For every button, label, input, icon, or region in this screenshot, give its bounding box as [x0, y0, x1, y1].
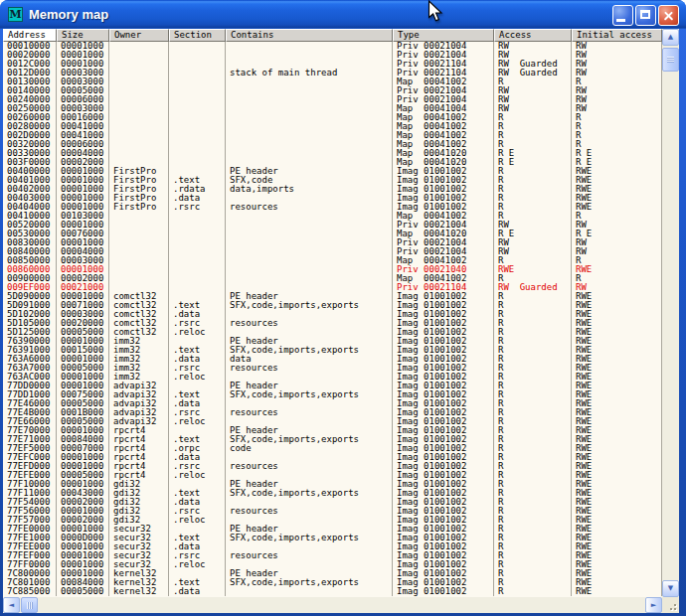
cell-section: .rsrc [169, 408, 226, 417]
table-row[interactable]: 7639000000001000imm32PE headerImag 01001… [3, 337, 662, 346]
column-header-type[interactable]: Type [393, 29, 494, 42]
cell-initial-access: R [572, 131, 662, 140]
column-header-address[interactable]: Address [3, 29, 57, 42]
table-row[interactable]: 0040200000001000FirstPro.rdatadata,impor… [3, 185, 662, 194]
table-row[interactable]: 5D10500000020000comctl32.rsrcresourcesIm… [3, 319, 662, 328]
scroll-up-button[interactable]: ▲ [662, 29, 679, 46]
table-row[interactable]: 77DD100000075000advapi32.textSFX,code,im… [3, 390, 662, 399]
table-row[interactable]: 5D09000000001000comctl32PE headerImag 01… [3, 292, 662, 301]
table-row[interactable]: 5D12500000005000comctl32.relocImag 01001… [3, 328, 662, 337]
horizontal-scrollbar[interactable]: ◄ ► [3, 597, 662, 613]
vertical-scroll-thumb[interactable] [662, 48, 679, 72]
table-row[interactable]: 5D10200000003000comctl32.dataImag 010010… [3, 310, 662, 319]
table-row[interactable]: 002D000000041000Map 00041002RR [3, 131, 662, 140]
table-row[interactable]: 0053000000076000Map 00041020R ER E [3, 230, 662, 238]
table-row[interactable]: 763A700000005000imm32.rsrcresourcesImag … [3, 364, 662, 373]
cell-initial-access: RWE [572, 480, 662, 489]
column-header-owner[interactable]: Owner [109, 29, 169, 42]
resize-grip[interactable] [662, 597, 679, 613]
column-header-initial-access[interactable]: Initial access [572, 29, 662, 42]
minimize-button[interactable] [612, 5, 633, 26]
table-row[interactable]: 77FE000000001000secur32PE headerImag 010… [3, 525, 662, 534]
cell-section [169, 69, 226, 77]
table-row[interactable]: 0086000000001000Priv 00021040RWERWE [3, 265, 662, 274]
table-row[interactable]: 77EF500000007000rpcrt4.orpccodeImag 0100… [3, 444, 662, 453]
table-row[interactable]: 77F1000000001000gdi32PE headerImag 01001… [3, 480, 662, 489]
table-row[interactable]: 0024000000006000Priv 00021004RWRW [3, 95, 662, 104]
table-row[interactable]: 77FF000000001000secur32.relocImag 010010… [3, 560, 662, 569]
scroll-left-button[interactable]: ◄ [3, 597, 20, 613]
table-row[interactable]: 0040000000001000FirstProPE headerImag 01… [3, 167, 662, 176]
vertical-scrollbar[interactable]: ▲ ▼ [662, 29, 679, 597]
table-row[interactable]: 77E6600000005000advapi32.relocImag 01001… [3, 417, 662, 426]
table-row[interactable]: 0028000000041000Map 00041002RR [3, 122, 662, 131]
table-row[interactable]: 0001000000001000Priv 00021004RWRW [3, 42, 662, 51]
table-row[interactable]: 77DD000000001000advapi32PE headerImag 01… [3, 382, 662, 390]
table-row[interactable]: 77F5600000001000gdi32.rsrcresourcesImag … [3, 507, 662, 516]
table-row[interactable]: 7C88500000005000kernel32.dataImag 010010… [3, 587, 662, 596]
table-row[interactable]: 7639100000015000imm32.textSFX,code,impor… [3, 346, 662, 355]
table-row[interactable]: 0012D00000003000stack of main threadPriv… [3, 69, 662, 77]
table-row[interactable]: 0040400000001000FirstPro.rsrcresourcesIm… [3, 203, 662, 212]
scroll-right-button[interactable]: ► [645, 597, 662, 613]
table-row[interactable]: 0033000000004000Map 00041020R ER E [3, 149, 662, 158]
table-row[interactable]: 0040300000001000FirstPro.dataImag 010010… [3, 194, 662, 203]
title-bar[interactable]: M Memory map [0, 0, 686, 29]
cell-access: R [494, 140, 572, 149]
table-row[interactable]: 77E4600000005000advapi32.dataImag 010010… [3, 399, 662, 408]
table-row[interactable]: 0002000000001000Priv 00021004RWRW [3, 51, 662, 60]
table-row[interactable]: 0014000000005000Priv 00021004RWRW [3, 86, 662, 95]
table-row[interactable]: 77EFC00000001000rpcrt4.dataImag 01001002… [3, 453, 662, 462]
column-header-section[interactable]: Section [169, 29, 226, 42]
table-row[interactable]: 0090000000002000Map 00041002RR [3, 274, 662, 283]
table-row[interactable]: 77EFE00000005000rpcrt4.relocImag 0100100… [3, 471, 662, 480]
cell-size: 00003000 [57, 310, 109, 319]
table-row[interactable]: 77FEE00000001000secur32.dataImag 0100100… [3, 542, 662, 551]
cell-section: .rsrc [169, 364, 226, 373]
table-row[interactable]: 77F5400000002000gdi32.dataImag 01001002R… [3, 498, 662, 507]
table-row[interactable]: 0026000000016000Map 00041002RR [3, 113, 662, 122]
maximize-button[interactable] [635, 5, 656, 26]
table-row[interactable]: 0040100000001000FirstPro.textSFX,codeIma… [3, 176, 662, 185]
table-row[interactable]: 0012C00000001000Priv 00021104RW GuardedR… [3, 60, 662, 69]
table-row[interactable]: 77EFD00000001000rpcrt4.rsrcresourcesImag… [3, 462, 662, 471]
table-row[interactable]: 7C80100000084000kernel32.textSFX,code,im… [3, 578, 662, 587]
table-row[interactable]: 77FEF00000001000secur32.rsrcresourcesIma… [3, 551, 662, 560]
cell-initial-access: RWE [572, 167, 662, 176]
cell-access: RW [494, 51, 572, 60]
table-row[interactable]: 77FE10000000D000secur32.textSFX,code,imp… [3, 534, 662, 542]
table-row[interactable]: 5D09100000071000comctl32.textSFX,code,im… [3, 301, 662, 310]
cell-type: Imag 01001002 [393, 292, 494, 301]
table-row[interactable]: 77F1100000043000gdi32.textSFX,code,impor… [3, 489, 662, 498]
table-row[interactable]: 0085000000003000Map 00041002RR [3, 256, 662, 265]
table-row[interactable]: 0084000000004000Priv 00021004RWRW [3, 247, 662, 256]
table-row[interactable]: 0052000000001000Priv 00021004RWRW [3, 221, 662, 230]
table-row[interactable]: 0032000000006000Map 00041002RR [3, 140, 662, 149]
table-row[interactable]: 0013000000003000Map 00041002RR [3, 77, 662, 86]
table-row[interactable]: 77F5700000002000gdi32.relocImag 01001002… [3, 516, 662, 525]
table-row[interactable]: 0025000000003000Map 00041004RWRW [3, 104, 662, 113]
column-header-contains[interactable]: Contains [226, 29, 393, 42]
close-button[interactable] [658, 5, 679, 26]
cell-initial-access: RWE [572, 560, 662, 569]
table-row[interactable]: 77E7000000001000rpcrt4PE headerImag 0100… [3, 426, 662, 435]
column-header-size[interactable]: Size [57, 29, 109, 42]
table-row[interactable]: 77E7100000084000rpcrt4.textSFX,code,impo… [3, 435, 662, 444]
scroll-down-button[interactable]: ▼ [662, 580, 679, 597]
table-row[interactable]: 763AC00000001000imm32.relocImag 01001002… [3, 373, 662, 382]
cell-access: R [494, 551, 572, 560]
cell-type: Imag 01001002 [393, 319, 494, 328]
table-row[interactable]: 763A600000001000imm32.datadataImag 01001… [3, 355, 662, 364]
table-row[interactable]: 009EF00000021000Priv 00021104RW GuardedR… [3, 283, 662, 292]
table-row[interactable]: 0041000000103000Map 00041002RR [3, 212, 662, 221]
horizontal-scroll-thumb[interactable] [21, 597, 38, 613]
table-row[interactable]: 003F000000002000Map 00041020R ER E [3, 158, 662, 167]
cell-size: 00005000 [57, 328, 109, 337]
table-row[interactable]: 0083000000001000Priv 00021004RWRW [3, 238, 662, 247]
column-header-access[interactable]: Access [494, 29, 572, 42]
cell-address: 77EFE000 [3, 471, 57, 480]
cell-size: 00001000 [57, 185, 109, 194]
table-row[interactable]: 7C80000000001000kernel32PE headerImag 01… [3, 569, 662, 578]
cell-owner [109, 42, 169, 51]
table-row[interactable]: 77E4B0000001B000advapi32.rsrcresourcesIm… [3, 408, 662, 417]
